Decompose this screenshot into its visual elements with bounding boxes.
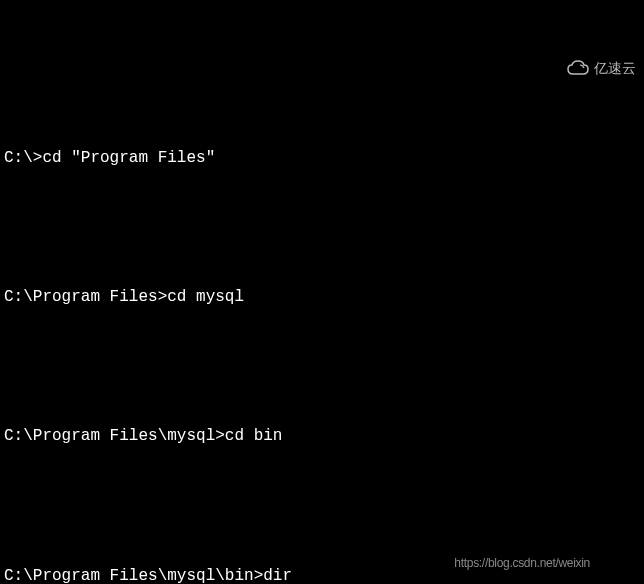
cmd-0: cd "Program Files" xyxy=(42,149,215,167)
prompt-2: C:\Program Files\mysql> xyxy=(4,427,225,445)
cmd-line-0: C:\>cd "Program Files" xyxy=(4,147,640,170)
blank-line xyxy=(4,217,640,240)
watermark-logo: 亿速云 xyxy=(566,58,636,78)
cloud-icon xyxy=(566,58,590,78)
blank-line xyxy=(4,495,640,518)
cmd-2: cd bin xyxy=(225,427,283,445)
blank-line xyxy=(4,356,640,379)
terminal-content[interactable]: C:\>cd "Program Files" C:\Program Files>… xyxy=(4,101,640,584)
prompt-0: C:\> xyxy=(4,149,42,167)
cmd-1: cd mysql xyxy=(167,288,244,306)
prompt-1: C:\Program Files> xyxy=(4,288,167,306)
prompt-3: C:\Program Files\mysql\bin> xyxy=(4,567,263,585)
cmd-line-2: C:\Program Files\mysql>cd bin xyxy=(4,425,640,448)
watermark-text: 亿速云 xyxy=(594,58,636,78)
cmd-3: dir xyxy=(263,567,292,585)
cmd-line-1: C:\Program Files>cd mysql xyxy=(4,286,640,309)
watermark-url: https://blog.csdn.net/weixin xyxy=(454,555,590,572)
